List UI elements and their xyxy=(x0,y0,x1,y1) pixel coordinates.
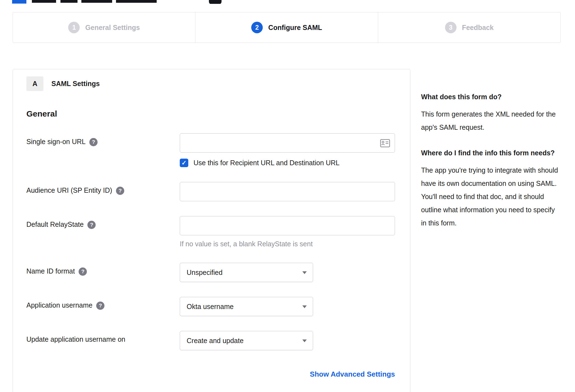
field-hint: If no value is set, a blank RelayState i… xyxy=(180,240,395,248)
help-sidebar: What does this form do? This form genera… xyxy=(421,69,559,242)
sidebar-body: This form generates the XML needed for t… xyxy=(421,107,559,134)
step-number-badge: 1 xyxy=(68,22,80,33)
form-row-update-application-username: Update application username on Create an… xyxy=(26,331,397,350)
field-label-wrap: Single sign-on URL xyxy=(26,133,180,167)
update-application-username-select[interactable]: Create and update xyxy=(180,331,313,350)
wizard-step-configure-saml[interactable]: 2 Configure SAML xyxy=(195,12,378,43)
sidebar-body: The app you're trying to integrate with … xyxy=(421,164,559,230)
address-book-icon[interactable] xyxy=(380,139,390,147)
select-value: Create and update xyxy=(187,337,244,345)
help-icon[interactable] xyxy=(116,187,124,195)
step-label: General Settings xyxy=(85,24,140,32)
form-row-name-id-format: Name ID format Unspecified xyxy=(26,263,397,282)
recipient-url-checkbox-row: Use this for Recipient URL and Destinati… xyxy=(180,159,395,167)
chevron-down-icon xyxy=(302,271,307,274)
form-row-default-relaystate: Default RelayState If no value is set, a… xyxy=(26,216,397,248)
field-control: Unspecified xyxy=(180,263,313,282)
field-control: If no value is set, a blank RelayState i… xyxy=(180,216,395,248)
field-label-wrap: Default RelayState xyxy=(26,216,180,248)
sidebar-heading: Where do I find the info this form needs… xyxy=(421,147,559,159)
default-relaystate-input[interactable] xyxy=(180,216,395,235)
wizard-step-feedback[interactable]: 3 Feedback xyxy=(378,12,561,43)
check-icon xyxy=(181,160,186,166)
chevron-down-icon xyxy=(302,305,307,308)
field-label: Audience URI (SP Entity ID) xyxy=(26,186,112,194)
field-label-wrap: Application username xyxy=(26,297,180,316)
header-icon-fragment xyxy=(209,0,222,4)
wizard-steps-bar: 1 General Settings 2 Configure SAML 3 Fe… xyxy=(13,12,561,43)
checkbox-label: Use this for Recipient URL and Destinati… xyxy=(193,159,339,167)
audience-uri-input[interactable] xyxy=(180,182,395,201)
field-control: Use this for Recipient URL and Destinati… xyxy=(180,133,395,167)
recipient-url-checkbox[interactable] xyxy=(180,159,188,167)
input-wrap xyxy=(180,133,395,153)
field-label: Application username xyxy=(26,301,92,309)
step-number-badge: 3 xyxy=(445,22,457,33)
field-control xyxy=(180,182,395,201)
field-label: Single sign-on URL xyxy=(26,138,85,146)
section-header: A SAML Settings xyxy=(26,76,397,91)
section-badge: A xyxy=(26,76,43,91)
sidebar-heading: What does this form do? xyxy=(421,90,559,103)
saml-settings-panel: A SAML Settings General Single sign-on U… xyxy=(13,69,410,392)
step-label: Feedback xyxy=(462,24,494,32)
form-row-single-sign-on-url: Single sign-on URL xyxy=(26,133,397,167)
help-icon[interactable] xyxy=(79,267,87,276)
field-label: Default RelayState xyxy=(26,220,84,228)
form-row-audience-uri: Audience URI (SP Entity ID) xyxy=(26,182,397,201)
help-icon[interactable] xyxy=(89,138,98,146)
field-label: Name ID format xyxy=(26,267,75,275)
application-username-select[interactable]: Okta username xyxy=(180,297,313,316)
help-icon[interactable] xyxy=(87,221,96,229)
wizard-step-general-settings[interactable]: 1 General Settings xyxy=(13,12,195,43)
select-value: Unspecified xyxy=(187,269,223,277)
form-row-application-username: Application username Okta username xyxy=(26,297,397,316)
section-title: SAML Settings xyxy=(51,80,100,88)
select-value: Okta username xyxy=(187,303,234,311)
show-advanced-settings-link[interactable]: Show Advanced Settings xyxy=(310,370,395,378)
header-text-fragment xyxy=(116,0,157,3)
help-icon[interactable] xyxy=(96,302,104,310)
header-text-fragment xyxy=(32,0,56,3)
main-content: A SAML Settings General Single sign-on U… xyxy=(0,69,575,392)
field-label-wrap: Update application username on xyxy=(26,331,180,350)
field-label: Update application username on xyxy=(26,335,125,343)
chevron-down-icon xyxy=(302,339,307,342)
step-label: Configure SAML xyxy=(268,24,322,32)
step-number-badge: 2 xyxy=(251,22,263,33)
field-control: Create and update xyxy=(180,331,313,350)
name-id-format-select[interactable]: Unspecified xyxy=(180,263,313,282)
single-sign-on-url-input[interactable] xyxy=(180,133,395,153)
clipped-page-header xyxy=(0,0,575,4)
field-label-wrap: Audience URI (SP Entity ID) xyxy=(26,182,180,201)
field-label-wrap: Name ID format xyxy=(26,263,180,282)
group-title: General xyxy=(26,109,397,118)
advanced-settings-row: Show Advanced Settings xyxy=(26,370,395,379)
header-text-fragment xyxy=(81,0,112,3)
app-logo-fragment xyxy=(12,0,26,4)
field-control: Okta username xyxy=(180,297,313,316)
header-text-fragment xyxy=(60,0,78,3)
